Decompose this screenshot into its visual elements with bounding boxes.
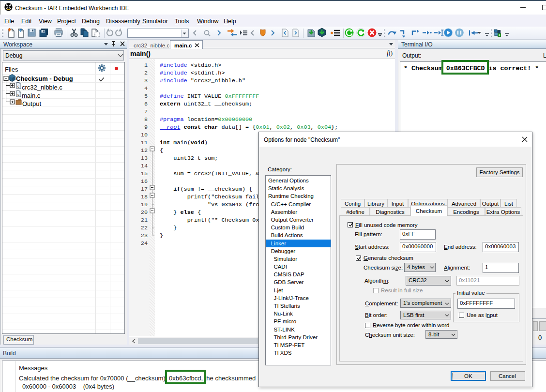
svg-text:c: c: [17, 84, 19, 89]
svg-text:c: c: [17, 92, 19, 97]
